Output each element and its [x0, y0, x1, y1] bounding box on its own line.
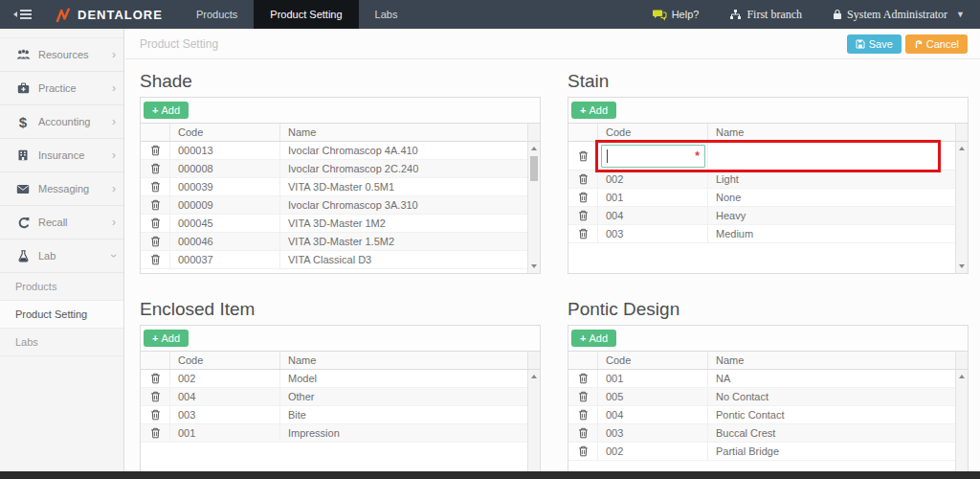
user-menu[interactable]: System Administrator ▼	[817, 0, 980, 29]
scroll-down-icon[interactable]	[531, 264, 537, 268]
tab-labs[interactable]: Labs	[359, 0, 414, 29]
delete-row-button[interactable]	[141, 427, 169, 439]
delete-row-button[interactable]	[141, 373, 169, 384]
delete-row-button[interactable]	[141, 391, 169, 402]
cell-name: None	[707, 189, 955, 206]
sidebar-item-resources[interactable]: Resources ›	[0, 38, 123, 72]
delete-row-button[interactable]	[568, 409, 597, 421]
help-menu[interactable]: Help?	[637, 0, 715, 29]
vertical-scrollbar[interactable]	[955, 142, 968, 273]
collapse-arrow-icon	[13, 11, 17, 17]
sidebar-subitem-label: Labs	[15, 336, 38, 348]
column-code: Code	[597, 124, 707, 141]
scroll-up-icon[interactable]	[959, 375, 965, 378]
delete-row-button[interactable]	[141, 409, 169, 421]
users-icon	[11, 49, 34, 60]
scrollbar-thumb[interactable]	[530, 156, 538, 181]
sidebar-item-accounting[interactable]: $ Accounting ›	[0, 105, 123, 139]
cell-code: 005	[597, 388, 707, 405]
delete-row-button[interactable]	[141, 217, 169, 229]
sidebar-toggle-button[interactable]	[0, 0, 44, 29]
help-label: Help?	[672, 9, 700, 20]
cell-name: Other	[279, 388, 527, 405]
cell-code: 000009	[169, 196, 279, 214]
delete-row-button[interactable]	[141, 181, 169, 193]
vertical-scrollbar[interactable]	[527, 370, 540, 479]
chevron-right-icon: ›	[112, 49, 116, 60]
medical-bag-icon	[11, 82, 34, 94]
brand-name: DENTALORE	[78, 8, 163, 22]
scroll-up-icon[interactable]	[531, 375, 537, 378]
main-nav-tabs: Products Product Setting Labs	[180, 0, 414, 29]
brand[interactable]: DENTALORE	[44, 0, 180, 29]
cell-name: VITA 3D-Master 1.5M2	[279, 233, 527, 250]
delete-row-button[interactable]	[568, 210, 597, 221]
scroll-up-icon[interactable]	[531, 147, 537, 150]
cell-name: Heavy	[707, 207, 955, 224]
save-label: Save	[869, 38, 893, 50]
scroll-down-icon[interactable]	[959, 264, 965, 268]
delete-row-button[interactable]	[568, 373, 597, 384]
cancel-label: Cancel	[926, 38, 959, 50]
vertical-scrollbar[interactable]	[527, 142, 540, 273]
delete-row-button[interactable]	[141, 145, 169, 156]
scrollbar-header	[527, 124, 540, 141]
cell-name: NA	[707, 370, 955, 387]
vertical-scrollbar[interactable]	[955, 370, 968, 479]
column-actions	[141, 352, 169, 369]
delete-row-button[interactable]	[568, 228, 597, 240]
sidebar-subitem-labs[interactable]: Labs	[0, 329, 123, 356]
table-header: Code Name	[568, 352, 968, 370]
cell-code: 003	[597, 225, 707, 242]
cancel-button[interactable]: Cancel	[905, 34, 968, 54]
tab-products[interactable]: Products	[180, 0, 254, 29]
branch-menu[interactable]: First branch	[714, 0, 817, 29]
sidebar-item-messaging[interactable]: Messaging ›	[0, 172, 123, 206]
delete-row-button[interactable]	[141, 199, 169, 211]
cell-code: 002	[597, 171, 707, 188]
sidebar-item-label: Practice	[38, 82, 77, 94]
add-stain-button[interactable]: +Add	[571, 102, 616, 119]
cell-name: Light	[707, 171, 955, 188]
delete-row-button[interactable]	[568, 445, 597, 457]
tab-product-setting[interactable]: Product Setting	[254, 0, 358, 29]
window-bottom-bar	[0, 471, 980, 479]
sidebar-item-recall[interactable]: Recall ›	[0, 206, 123, 240]
column-code: Code	[169, 124, 279, 141]
add-shade-button[interactable]: +Add	[144, 102, 189, 119]
delete-row-button[interactable]	[141, 254, 169, 265]
delete-row-button[interactable]	[141, 163, 169, 174]
delete-row-button[interactable]	[568, 192, 597, 203]
delete-row-button[interactable]	[568, 150, 597, 162]
cell-name: Ivoclar Chromascop 4A.410	[279, 142, 527, 159]
chevron-right-icon: ›	[112, 217, 116, 228]
cell-code: 000037	[169, 251, 279, 268]
add-pontic-design-button[interactable]: +Add	[571, 330, 616, 347]
plus-icon: +	[580, 332, 586, 344]
stain-code-input[interactable]	[601, 145, 705, 168]
delete-row-button[interactable]	[568, 391, 597, 402]
delete-row-button[interactable]	[141, 236, 169, 247]
sidebar: Resources › Practice › $ Accounting › In…	[0, 29, 124, 471]
column-name: Name	[707, 352, 955, 369]
add-label: Add	[161, 332, 180, 344]
chevron-down-icon: ›	[108, 254, 120, 258]
sidebar-item-insurance[interactable]: Insurance ›	[0, 139, 123, 172]
sidebar-subitem-products[interactable]: Products	[0, 273, 123, 301]
cell-code: 002	[597, 443, 707, 460]
sidebar-subitem-product-setting[interactable]: Product Setting	[0, 301, 123, 329]
table-row: 000009Ivoclar Chromascop 3A.310	[141, 196, 527, 215]
cell-name: No Contact	[707, 388, 955, 405]
stain-name-cell[interactable]	[707, 142, 955, 170]
delete-row-button[interactable]	[568, 173, 597, 185]
table-body: 001NA005No Contact004Pontic Contact003Bu…	[568, 370, 968, 479]
scroll-up-icon[interactable]	[959, 147, 965, 150]
table-rows: 000013Ivoclar Chromascop 4A.410000008Ivo…	[141, 142, 527, 269]
save-button[interactable]: Save	[847, 34, 902, 54]
delete-row-button[interactable]	[568, 427, 597, 439]
main-content: Product Setting Save Cancel Shade +Add C…	[125, 29, 980, 471]
sidebar-item-practice[interactable]: Practice ›	[0, 72, 123, 105]
add-enclosed-item-button[interactable]: +Add	[144, 330, 189, 347]
cell-code: 004	[169, 388, 279, 405]
sidebar-item-lab[interactable]: Lab ›	[0, 240, 123, 273]
